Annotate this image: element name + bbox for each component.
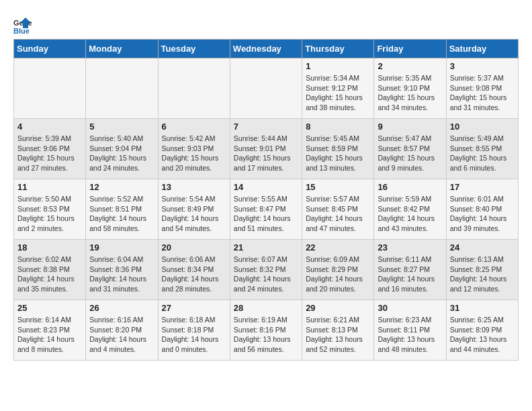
logo: General Blue [13,16,36,35]
calendar-cell: 29Sunrise: 6:21 AM Sunset: 8:13 PM Dayli… [302,300,374,361]
calendar-cell: 5Sunrise: 5:40 AM Sunset: 9:04 PM Daylig… [86,119,158,179]
day-info: Sunrise: 5:57 AM Sunset: 8:45 PM Dayligh… [306,194,370,234]
day-number: 6 [162,122,226,132]
calendar-cell: 13Sunrise: 5:54 AM Sunset: 8:49 PM Dayli… [158,179,230,240]
day-number: 22 [306,242,370,253]
header-monday: Monday [86,40,158,58]
calendar-cell: 12Sunrise: 5:52 AM Sunset: 8:51 PM Dayli… [86,179,158,240]
day-number: 19 [89,242,154,253]
calendar-cell: 17Sunrise: 6:01 AM Sunset: 8:40 PM Dayli… [446,179,518,240]
calendar-cell: 18Sunrise: 6:02 AM Sunset: 8:38 PM Dayli… [14,240,86,300]
day-info: Sunrise: 6:02 AM Sunset: 8:38 PM Dayligh… [17,255,82,294]
calendar-week-5: 25Sunrise: 6:14 AM Sunset: 8:23 PM Dayli… [14,300,519,361]
day-number: 30 [378,303,442,313]
header-tuesday: Tuesday [158,40,230,58]
day-number: 11 [17,182,82,192]
calendar-cell: 19Sunrise: 6:04 AM Sunset: 8:36 PM Dayli… [86,240,158,300]
page-header: General Blue [13,13,519,35]
calendar-cell: 3Sunrise: 5:37 AM Sunset: 9:08 PM Daylig… [446,58,518,119]
day-info: Sunrise: 5:45 AM Sunset: 8:59 PM Dayligh… [306,134,370,173]
calendar-cell: 4Sunrise: 5:39 AM Sunset: 9:06 PM Daylig… [14,119,86,179]
day-number: 13 [162,182,226,192]
day-info: Sunrise: 6:13 AM Sunset: 8:25 PM Dayligh… [450,255,515,294]
calendar-cell: 22Sunrise: 6:09 AM Sunset: 8:29 PM Dayli… [302,240,374,300]
calendar-cell: 6Sunrise: 5:42 AM Sunset: 9:03 PM Daylig… [158,119,230,179]
header-sunday: Sunday [14,40,86,58]
calendar-week-4: 18Sunrise: 6:02 AM Sunset: 8:38 PM Dayli… [14,240,519,300]
calendar-cell: 30Sunrise: 6:23 AM Sunset: 8:11 PM Dayli… [374,300,446,361]
day-info: Sunrise: 6:21 AM Sunset: 8:13 PM Dayligh… [306,315,370,355]
calendar-cell: 2Sunrise: 5:35 AM Sunset: 9:10 PM Daylig… [374,58,446,119]
calendar-cell: 9Sunrise: 5:47 AM Sunset: 8:57 PM Daylig… [374,119,446,179]
calendar-cell: 1Sunrise: 5:34 AM Sunset: 9:12 PM Daylig… [302,58,374,119]
day-info: Sunrise: 6:23 AM Sunset: 8:11 PM Dayligh… [378,315,442,355]
day-number: 10 [450,122,515,132]
day-info: Sunrise: 6:09 AM Sunset: 8:29 PM Dayligh… [306,255,370,294]
calendar-week-2: 4Sunrise: 5:39 AM Sunset: 9:06 PM Daylig… [14,119,519,179]
day-info: Sunrise: 5:34 AM Sunset: 9:12 PM Dayligh… [306,73,370,113]
day-info: Sunrise: 5:35 AM Sunset: 9:10 PM Dayligh… [378,73,442,113]
calendar-cell: 23Sunrise: 6:11 AM Sunset: 8:27 PM Dayli… [374,240,446,300]
day-info: Sunrise: 6:01 AM Sunset: 8:40 PM Dayligh… [450,194,515,234]
day-number: 18 [17,242,82,253]
calendar-cell: 11Sunrise: 5:50 AM Sunset: 8:53 PM Dayli… [14,179,86,240]
calendar-cell: 10Sunrise: 5:49 AM Sunset: 8:55 PM Dayli… [446,119,518,179]
day-number: 29 [306,303,370,313]
day-info: Sunrise: 6:16 AM Sunset: 8:20 PM Dayligh… [89,315,154,355]
day-number: 14 [234,182,298,192]
calendar-cell: 24Sunrise: 6:13 AM Sunset: 8:25 PM Dayli… [446,240,518,300]
day-number: 25 [17,303,82,313]
calendar-cell: 7Sunrise: 5:44 AM Sunset: 9:01 PM Daylig… [230,119,302,179]
day-number: 31 [450,303,515,313]
calendar-cell: 31Sunrise: 6:25 AM Sunset: 8:09 PM Dayli… [446,300,518,361]
day-info: Sunrise: 6:18 AM Sunset: 8:18 PM Dayligh… [162,315,226,355]
day-number: 8 [306,122,370,132]
day-number: 17 [450,182,515,192]
header-thursday: Thursday [302,40,374,58]
day-number: 24 [450,242,515,253]
day-number: 26 [89,303,154,313]
day-info: Sunrise: 5:59 AM Sunset: 8:42 PM Dayligh… [378,194,442,234]
day-info: Sunrise: 6:11 AM Sunset: 8:27 PM Dayligh… [378,255,442,294]
day-info: Sunrise: 5:39 AM Sunset: 9:06 PM Dayligh… [17,134,82,173]
day-number: 5 [89,122,154,132]
calendar-cell: 26Sunrise: 6:16 AM Sunset: 8:20 PM Dayli… [86,300,158,361]
calendar-cell: 25Sunrise: 6:14 AM Sunset: 8:23 PM Dayli… [14,300,86,361]
day-info: Sunrise: 5:49 AM Sunset: 8:55 PM Dayligh… [450,134,515,173]
calendar-week-3: 11Sunrise: 5:50 AM Sunset: 8:53 PM Dayli… [14,179,519,240]
day-info: Sunrise: 5:55 AM Sunset: 8:47 PM Dayligh… [234,194,298,234]
day-number: 28 [234,303,298,313]
calendar-cell: 8Sunrise: 5:45 AM Sunset: 8:59 PM Daylig… [302,119,374,179]
day-info: Sunrise: 6:04 AM Sunset: 8:36 PM Dayligh… [89,255,154,294]
day-number: 16 [378,182,442,192]
day-number: 7 [234,122,298,132]
day-number: 3 [450,61,515,71]
day-info: Sunrise: 6:06 AM Sunset: 8:34 PM Dayligh… [162,255,226,294]
day-number: 1 [306,61,370,71]
day-number: 23 [378,242,442,253]
day-info: Sunrise: 5:54 AM Sunset: 8:49 PM Dayligh… [162,194,226,234]
day-info: Sunrise: 6:19 AM Sunset: 8:16 PM Dayligh… [234,315,298,355]
day-number: 9 [378,122,442,132]
calendar-header-row: SundayMondayTuesdayWednesdayThursdayFrid… [14,40,519,58]
header-friday: Friday [374,40,446,58]
day-info: Sunrise: 5:42 AM Sunset: 9:03 PM Dayligh… [162,134,226,173]
calendar-cell [14,58,86,119]
day-info: Sunrise: 5:52 AM Sunset: 8:51 PM Dayligh… [89,194,154,234]
header-wednesday: Wednesday [230,40,302,58]
day-info: Sunrise: 5:44 AM Sunset: 9:01 PM Dayligh… [234,134,298,173]
day-number: 15 [306,182,370,192]
calendar-cell: 28Sunrise: 6:19 AM Sunset: 8:16 PM Dayli… [230,300,302,361]
day-info: Sunrise: 5:47 AM Sunset: 8:57 PM Dayligh… [378,134,442,173]
calendar-cell: 27Sunrise: 6:18 AM Sunset: 8:18 PM Dayli… [158,300,230,361]
day-number: 20 [162,242,226,253]
calendar-cell: 14Sunrise: 5:55 AM Sunset: 8:47 PM Dayli… [230,179,302,240]
calendar-table: SundayMondayTuesdayWednesdayThursdayFrid… [13,39,519,361]
day-info: Sunrise: 6:14 AM Sunset: 8:23 PM Dayligh… [17,315,82,355]
header-saturday: Saturday [446,40,518,58]
calendar-cell: 15Sunrise: 5:57 AM Sunset: 8:45 PM Dayli… [302,179,374,240]
day-info: Sunrise: 6:07 AM Sunset: 8:32 PM Dayligh… [234,255,298,294]
day-info: Sunrise: 6:25 AM Sunset: 8:09 PM Dayligh… [450,315,515,355]
day-number: 4 [17,122,82,132]
calendar-cell: 21Sunrise: 6:07 AM Sunset: 8:32 PM Dayli… [230,240,302,300]
